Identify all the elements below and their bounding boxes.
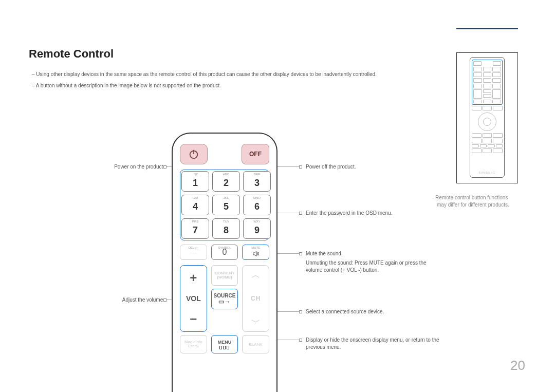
remote-illustration: OFF .QZ1 ABC2 DEF3 GHI4 JKL5 MNO6 PRS7 T… [172, 133, 278, 392]
key-9: WXY9 [243, 218, 271, 239]
callout-volume: Adjust the volume. [87, 296, 164, 304]
mini-dpad [478, 113, 496, 131]
callout-mute-2: Unmuting the sound: Press MUTE again or … [306, 259, 439, 274]
key-5: JKL5 [212, 195, 240, 215]
menu-icon [219, 346, 229, 349]
power-button [180, 144, 208, 164]
callout-power-off: Power off the product. [306, 163, 356, 171]
channel-rocker: ︿ CH ﹀ [242, 265, 269, 332]
callout-menu: Display or hide the onscreen display men… [306, 337, 439, 351]
menu-label: MENU [218, 340, 232, 345]
note-2: A button without a description in the im… [29, 82, 399, 89]
callout-power-on: Power on the product. [87, 163, 164, 171]
magicinfo-button: MagicInfo Lite/S [180, 335, 207, 353]
vol-down-icon: − [190, 312, 197, 326]
brand-label: SAMSUNG [479, 171, 495, 174]
key-7: PRS7 [181, 218, 209, 239]
mute-icon [252, 250, 260, 258]
note-1: Using other display devices in the same … [29, 71, 399, 78]
ch-up-icon: ︿ [251, 269, 261, 281]
vol-up-icon: + [190, 271, 197, 285]
vol-label: VOL [186, 294, 201, 303]
content-home-button: CONTENT (HOME) [211, 265, 238, 286]
key-6: MNO6 [243, 195, 271, 215]
power-icon [188, 148, 199, 160]
callout-password: Enter the password in the OSD menu. [306, 210, 392, 217]
sidebar-figure: SAMSUNG [456, 52, 518, 183]
key-4: GHI4 [181, 195, 209, 215]
sidebar-note: Remote control button functions may diff… [431, 194, 518, 208]
callout-mute: Mute the sound. [306, 250, 343, 257]
blank-button: BLANK [242, 335, 269, 353]
mute-button: MUTE [242, 245, 269, 260]
key-0: SYMBOL0 [211, 245, 238, 260]
del-button: DEL-/--— [180, 245, 207, 260]
source-icon: ▭→ [218, 298, 230, 305]
ch-down-icon: ﹀ [251, 316, 261, 328]
off-label: OFF [249, 151, 262, 158]
keypad-highlight: .QZ1 ABC2 DEF3 GHI4 JKL5 MNO6 PRS7 TUV8 … [180, 170, 269, 240]
header-rule [456, 28, 518, 29]
ch-label: CH [251, 295, 261, 302]
volume-rocker: + VOL − [180, 265, 207, 332]
mini-remote: SAMSUNG [470, 57, 505, 178]
page-title: Remote Control [29, 47, 114, 61]
key-8: TUV8 [212, 218, 240, 239]
key-3: DEF3 [243, 171, 271, 192]
page-number: 20 [510, 358, 525, 374]
key-2: ABC2 [212, 171, 240, 192]
key-1: .QZ1 [181, 171, 209, 192]
callout-source: Select a connected source device. [306, 308, 384, 315]
menu-button: MENU [211, 335, 238, 353]
off-button: OFF [242, 144, 269, 164]
source-button: SOURCE ▭→ [211, 289, 238, 309]
